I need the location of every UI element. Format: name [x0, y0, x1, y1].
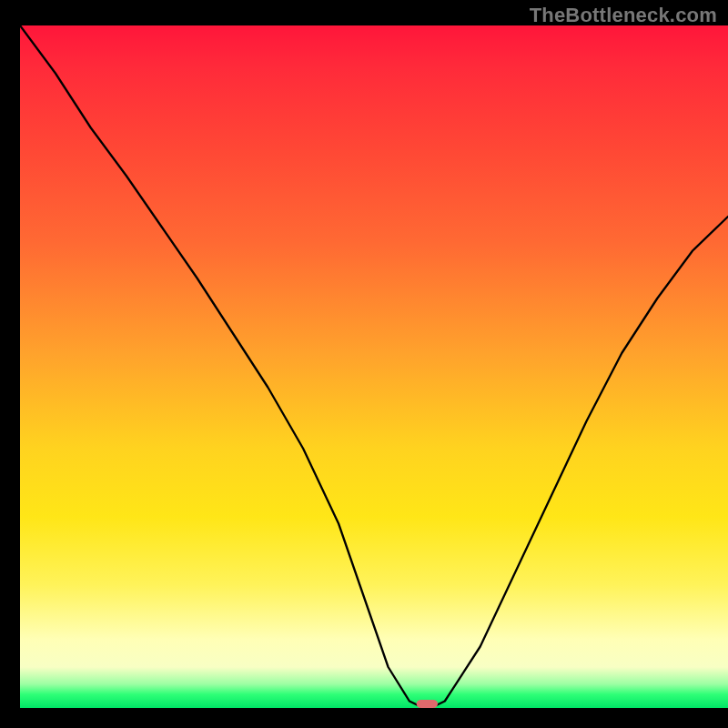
bottleneck-curve: [20, 25, 728, 708]
chart-frame: TheBottleneck.com: [0, 0, 728, 728]
chart-svg: [20, 25, 728, 708]
minimum-marker: [417, 700, 438, 708]
watermark-text: TheBottleneck.com: [530, 4, 717, 27]
plot-area: [20, 25, 728, 708]
